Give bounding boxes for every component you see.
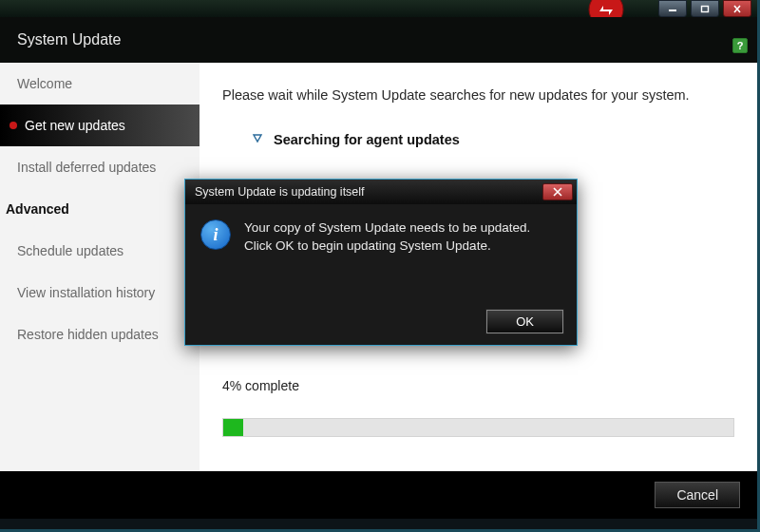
app-title: System Update <box>17 31 121 48</box>
dialog-message: Your copy of System Update needs to be u… <box>244 219 561 256</box>
svg-rect-1 <box>669 10 676 11</box>
app-footer: Cancel <box>0 471 757 519</box>
sidebar-item-schedule-updates[interactable]: Schedule updates <box>0 230 200 272</box>
help-icon[interactable]: ? <box>732 38 748 53</box>
progress-fill <box>223 419 243 436</box>
dialog-title: System Update is updating itself <box>195 185 365 199</box>
dialog-titlebar[interactable]: System Update is updating itself <box>185 180 577 204</box>
dialog-close-button[interactable] <box>542 183 573 200</box>
cancel-button[interactable]: Cancel <box>655 482 740 508</box>
dialog-ok-button[interactable]: OK <box>486 310 563 333</box>
info-icon: i <box>200 219 231 250</box>
window-maximize-button[interactable] <box>691 0 719 17</box>
sidebar-item-install-deferred[interactable]: Install deferred updates <box>0 146 200 188</box>
window-close-button[interactable] <box>723 0 751 17</box>
searching-status-text: Searching for agent updates <box>274 132 460 147</box>
progress-bar <box>222 418 734 437</box>
self-update-dialog: System Update is updating itself i Your … <box>184 179 578 346</box>
sidebar-heading-advanced: Advanced <box>0 188 200 230</box>
sidebar-item-view-history[interactable]: View installation history <box>0 272 200 314</box>
sidebar-item-restore-hidden[interactable]: Restore hidden updates <box>0 314 200 355</box>
sidebar-item-welcome[interactable]: Welcome <box>0 63 200 104</box>
svg-rect-2 <box>702 6 709 11</box>
content-intro-text: Please wait while System Update searches… <box>222 87 734 103</box>
progress-label: 4% complete <box>222 378 734 393</box>
window-minimize-button[interactable] <box>658 0 687 17</box>
sidebar-item-get-new-updates[interactable]: Get new updates <box>0 104 200 146</box>
sidebar: Welcome Get new updates Install deferred… <box>0 63 200 471</box>
os-titlebar <box>0 0 757 17</box>
expand-triangle-icon[interactable] <box>251 131 264 148</box>
app-header: System Update ? <box>0 17 757 63</box>
